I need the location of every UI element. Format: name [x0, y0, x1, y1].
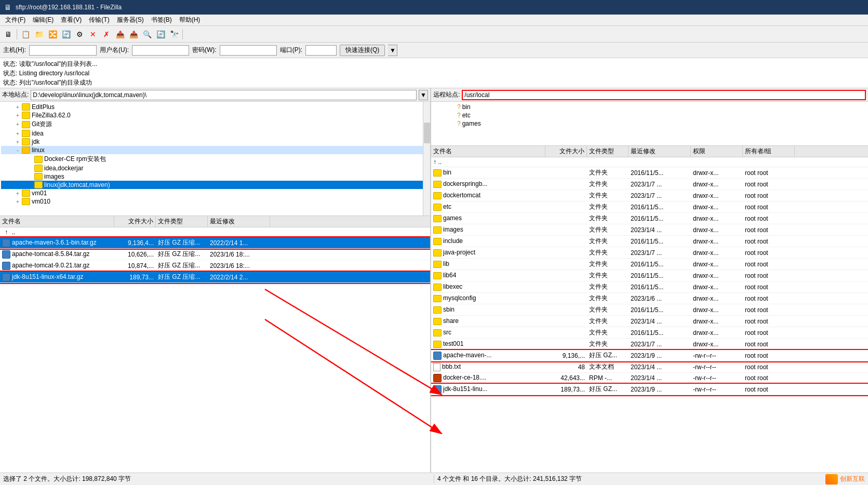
local-file-maven[interactable]: apache-maven-3.6.1-bin.tar.gz 9,136,4...…: [0, 237, 430, 249]
toolbar-btn-7[interactable]: 📤: [114, 28, 126, 41]
remote-file-dockerspring[interactable]: dockerspringb... 文件夹 2023/1/7 ... drwxr-…: [431, 179, 868, 190]
remote-tree-etc[interactable]: ? etc: [432, 111, 867, 119]
menu-view[interactable]: 查看(V): [58, 15, 85, 25]
menu-help[interactable]: 帮助(H): [176, 15, 204, 25]
remote-file-share[interactable]: share 文件夹 2023/1/4 ... drwxr-x... root r…: [431, 316, 868, 327]
remote-file-games[interactable]: games 文件夹 2016/11/5... drwxr-x... root r…: [431, 213, 868, 224]
tree-item-docker-ce[interactable]: Docker-CE rpm安装包: [1, 154, 429, 164]
tree-item-editplus[interactable]: + EditPlus: [1, 103, 429, 111]
local-col-size[interactable]: 文件大小: [114, 216, 156, 227]
tree-item-git[interactable]: + Git资源: [1, 119, 429, 129]
toolbar: 🖥 📋 📁 🔀 🔄 ⚙ ✕ ✗ 📤 📤 🔍 🔄 🔭: [0, 26, 868, 43]
local-address-input[interactable]: [31, 90, 417, 100]
menu-transfer[interactable]: 传输(T): [86, 15, 112, 25]
local-col-modified[interactable]: 最近修改: [208, 216, 270, 227]
tree-item-linux-jdk[interactable]: linux(jdk,tomcat,maven): [1, 181, 429, 189]
folder-icon: [433, 329, 442, 336]
tree-item-images[interactable]: images: [1, 172, 429, 181]
port-label: 端口(P):: [280, 46, 302, 55]
local-address-dropdown[interactable]: ▼: [419, 90, 428, 100]
local-file-jdk[interactable]: jdk-8u151-linux-x64.tar.gz 189,73... 好压 …: [0, 272, 430, 283]
local-col-name[interactable]: 文件名: [0, 216, 114, 227]
local-file-tomcat9[interactable]: apache-tomcat-9.0.21.tar.gz 10,874,... 好…: [0, 260, 430, 272]
remote-col-name[interactable]: 文件名: [431, 146, 545, 157]
toolbar-btn-9[interactable]: 🔄: [154, 28, 167, 41]
toolbar-btn-8[interactable]: 📤: [127, 28, 140, 41]
remote-address-input[interactable]: [462, 90, 866, 100]
local-filelist[interactable]: 文件名 文件大小 文件类型 最近修改 ↑.. apache-maven-3.6.…: [0, 216, 430, 473]
tree-item-vm010[interactable]: + vm010: [1, 197, 429, 206]
folder-icon: [433, 226, 442, 234]
menu-bookmark[interactable]: 书签(B): [148, 15, 175, 25]
remote-file-dockertomcat[interactable]: dockertomcat 文件夹 2023/1/7 ... drwxr-x...…: [431, 190, 868, 201]
folder-icon: [433, 261, 442, 268]
toolbar-btn-5[interactable]: 🔄: [60, 28, 72, 41]
toolbar-btn-1[interactable]: 🖥: [2, 28, 15, 41]
local-tree-scrollbar[interactable]: [423, 102, 430, 215]
tree-item-idea[interactable]: + idea: [1, 129, 429, 138]
remote-tree[interactable]: ? bin ? etc ? games: [431, 102, 868, 146]
remote-file-sbin[interactable]: sbin 文件夹 2016/11/5... drwxr-x... root ro…: [431, 304, 868, 316]
folder-icon: [22, 130, 30, 137]
toolbar-btn-3[interactable]: 📁: [33, 28, 45, 41]
menu-file[interactable]: 文件(F): [2, 15, 29, 25]
folder-icon: [433, 238, 442, 245]
remote-file-images[interactable]: images 文件夹 2023/1/4 ... drwxr-x... root …: [431, 224, 868, 236]
remote-tree-games[interactable]: ? games: [432, 119, 867, 128]
remote-col-owner[interactable]: 所有者/组: [743, 146, 795, 157]
remote-file-apache-maven[interactable]: apache-maven-... 9,136,... 好压 GZ... 2023…: [431, 350, 868, 361]
remote-file-libexec[interactable]: libexec 文件夹 2016/11/5... drwxr-x... root…: [431, 281, 868, 293]
port-input[interactable]: [305, 45, 337, 56]
toolbar-btn-6[interactable]: ⚙: [73, 28, 86, 41]
remote-file-src[interactable]: src 文件夹 2016/11/5... drwxr-x... root roo…: [431, 327, 868, 339]
pass-input[interactable]: [220, 45, 277, 56]
remote-file-etc[interactable]: etc 文件夹 2016/11/5... drwxr-x... root roo…: [431, 201, 868, 213]
remote-address-label: 远程站点:: [433, 90, 460, 99]
tree-item-idea-docker[interactable]: idea,dockerjar: [1, 164, 429, 172]
remote-col-size[interactable]: 文件大小: [545, 146, 587, 157]
toolbar-btn-x[interactable]: ✗: [100, 28, 113, 41]
remote-file-jdk[interactable]: jdk-8u151-linu... 189,73... 好压 GZ... 202…: [431, 384, 868, 395]
host-input[interactable]: [29, 45, 97, 56]
remote-file-test001[interactable]: test001 文件夹 2023/1/7 ... drwxr-x... root…: [431, 339, 868, 350]
local-col-type[interactable]: 文件类型: [156, 216, 208, 227]
remote-file-parent[interactable]: ↑ ..: [431, 157, 868, 167]
remote-col-type[interactable]: 文件类型: [587, 146, 629, 157]
toolbar-btn-2[interactable]: 📋: [19, 28, 32, 41]
local-file-tomcat8[interactable]: apache-tomcat-8.5.84.tar.gz 10,626,... 好…: [0, 249, 430, 260]
status-area: 状态: 读取"/usr/local"的目录列表... 状态: Listing d…: [0, 58, 868, 88]
user-input[interactable]: [132, 45, 189, 56]
quickconnect-dropdown[interactable]: ▼: [388, 45, 397, 56]
tree-item-linux[interactable]: - linux: [1, 146, 429, 154]
toolbar-btn-search[interactable]: 🔍: [141, 28, 153, 41]
remote-file-lib64[interactable]: lib64 文件夹 2016/11/5... drwxr-x... root r…: [431, 270, 868, 281]
remote-tree-bin[interactable]: ? bin: [432, 103, 867, 111]
remote-file-bbb[interactable]: bbb.txt 48 文本文档 2023/1/4 ... -rw-r--r-- …: [431, 361, 868, 373]
tree-item-filezilla[interactable]: + FileZilla3.62.0: [1, 111, 429, 119]
menu-server[interactable]: 服务器(S): [114, 15, 147, 25]
question-icon: ?: [457, 120, 461, 127]
remote-file-include[interactable]: include 文件夹 2016/11/5... drwxr-x... root…: [431, 236, 868, 247]
remote-file-bin[interactable]: bin 文件夹 2016/11/5... drwxr-x... root roo…: [431, 167, 868, 179]
local-file-parent[interactable]: ↑..: [0, 227, 430, 237]
remote-filelist[interactable]: 文件名 文件大小 文件类型 最近修改 权限 所有者/组 ↑ .. bin: [431, 146, 868, 473]
folder-icon: [22, 138, 30, 145]
toolbar-btn-binoculars[interactable]: 🔭: [168, 28, 180, 41]
local-tree-scrollbar-thumb[interactable]: [424, 123, 430, 143]
gz-icon: [2, 273, 10, 281]
quickconnect-button[interactable]: 快速连接(Q): [340, 45, 385, 56]
toolbar-btn-4[interactable]: 🔀: [46, 28, 59, 41]
menu-edit[interactable]: 编辑(E): [30, 15, 57, 25]
toolbar-btn-stop[interactable]: ✕: [87, 28, 99, 41]
remote-file-lib[interactable]: lib 文件夹 2016/11/5... drwxr-x... root roo…: [431, 259, 868, 270]
remote-col-modified[interactable]: 最近修改: [629, 146, 691, 157]
remote-file-javaproject[interactable]: java-project 文件夹 2023/1/7 ... drwxr-x...…: [431, 247, 868, 259]
gz-icon: [433, 385, 442, 394]
local-tree[interactable]: + EditPlus + FileZilla3.62.0 + Git资源 + i…: [0, 102, 430, 216]
remote-file-mysqlconfig[interactable]: mysqlconfig 文件夹 2023/1/6 ... drwxr-x... …: [431, 293, 868, 304]
folder-icon: [34, 181, 43, 188]
tree-item-vm01[interactable]: + vm01: [1, 189, 429, 197]
remote-col-perm[interactable]: 权限: [691, 146, 743, 157]
remote-file-docker-ce[interactable]: docker-ce-18.... 42,643... RPM -... 2023…: [431, 373, 868, 384]
tree-item-jdk[interactable]: + jdk: [1, 138, 429, 146]
